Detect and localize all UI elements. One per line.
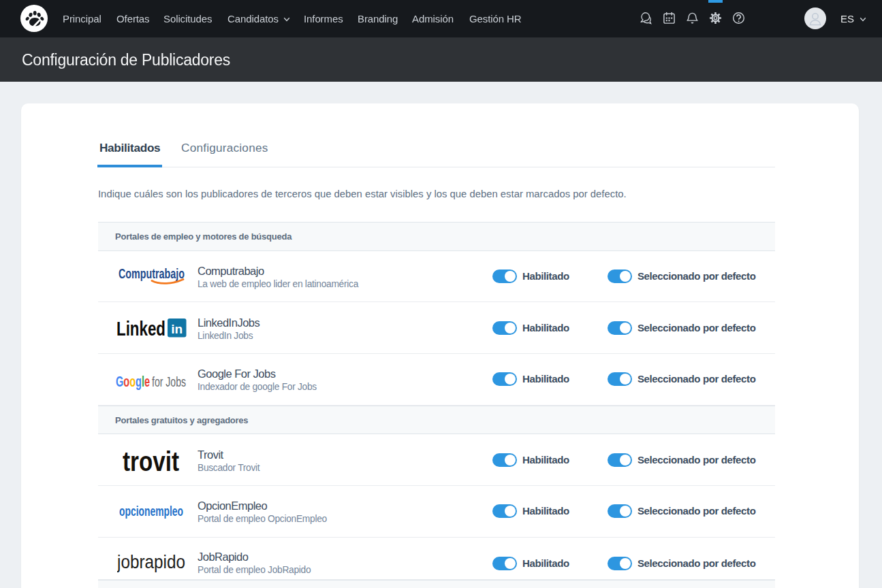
svg-text:for Jobs: for Jobs bbox=[152, 374, 186, 389]
svg-text:jobrapido: jobrapido bbox=[117, 553, 185, 572]
svg-text:Google: Google bbox=[116, 374, 150, 390]
svg-text:opcionempleo: opcionempleo bbox=[119, 504, 183, 519]
svg-text:Computrabajo: Computrabajo bbox=[119, 265, 185, 281]
svg-text:trovit: trovit bbox=[123, 448, 179, 474]
svg-text:in: in bbox=[171, 322, 183, 336]
svg-text:Linked: Linked bbox=[116, 318, 166, 338]
